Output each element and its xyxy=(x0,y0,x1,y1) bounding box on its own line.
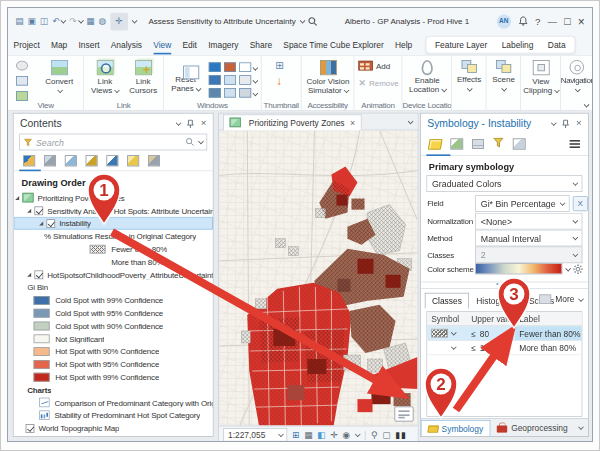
chevron-down-icon[interactable] xyxy=(253,65,259,71)
chevron-down-icon[interactable] xyxy=(451,344,457,350)
class-symbol-swatch[interactable] xyxy=(431,329,448,338)
redo-icon[interactable]: ↷ xyxy=(69,14,82,28)
sound-icon[interactable]: ◉ xyxy=(343,430,351,439)
map-flyout-button[interactable] xyxy=(394,406,413,421)
ribbon-tab-imagery[interactable]: Imagery xyxy=(203,37,245,53)
column-header[interactable]: Upper value xyxy=(467,312,515,326)
layer-tree-item[interactable]: Fewer than 80% xyxy=(14,242,213,255)
chevron-down-icon[interactable] xyxy=(355,431,361,437)
ribbon-tab-project[interactable]: Project xyxy=(8,37,45,53)
ribbon-tab-help[interactable]: Help xyxy=(389,37,417,53)
layer-tree-item[interactable]: Instability xyxy=(14,217,213,230)
chevron-down-icon[interactable] xyxy=(451,330,457,336)
ribbon-tab-analysis[interactable]: Analysis xyxy=(105,37,147,53)
symbol-layer-icon[interactable] xyxy=(472,139,484,149)
set-expression-button[interactable]: X xyxy=(572,196,587,211)
primary-symbology-icon[interactable] xyxy=(429,139,442,149)
map-icon[interactable]: ▦ xyxy=(86,14,94,28)
symbology-tab-classes[interactable]: Classes xyxy=(425,293,469,309)
chevron-down-icon[interactable] xyxy=(565,265,571,271)
ribbon-tab-feature-layer[interactable]: Feature Layer xyxy=(428,38,495,52)
scene-button[interactable]: Scene xyxy=(487,59,520,93)
view-clipping-button[interactable]: View Clipping xyxy=(522,59,559,95)
add-animation-button[interactable]: Add xyxy=(358,61,390,71)
chevron-down-icon[interactable] xyxy=(578,424,584,430)
layer-tree-item[interactable]: Hot Spot with 99% Confidence xyxy=(14,370,213,383)
menu-icon[interactable] xyxy=(570,140,580,149)
enable-location-button[interactable]: Enable Location xyxy=(404,59,450,94)
class-row[interactable]: ≤80Fewer than 80% xyxy=(427,326,581,340)
clock-icon[interactable]: ▢ xyxy=(382,430,390,439)
layer-tree-item[interactable]: Not Significant xyxy=(14,332,213,345)
chevron-down-icon[interactable] xyxy=(176,120,182,126)
pin-icon[interactable] xyxy=(186,119,194,128)
ribbon-tab-space-time-cube-explorer[interactable]: Space Time Cube Explorer xyxy=(278,37,390,53)
pause-icon[interactable]: ▮▮ xyxy=(395,430,406,439)
contents-search[interactable]: Search xyxy=(19,134,207,151)
save-project-icon[interactable]: ◫ xyxy=(40,14,48,28)
reset-panes-button[interactable]: Reset Panes xyxy=(166,59,206,93)
more-button[interactable]: More xyxy=(555,294,574,304)
toolbox-icon[interactable] xyxy=(224,62,236,72)
chart-icon[interactable] xyxy=(16,76,28,86)
layer-tree-item[interactable]: Hot Spot with 90% Confidence xyxy=(14,345,213,358)
checkbox[interactable] xyxy=(34,270,43,279)
download-arrow-icon[interactable]: ↓ xyxy=(276,74,282,88)
method-select[interactable]: Manual Interval xyxy=(475,230,582,247)
normalization-select[interactable]: <None> xyxy=(475,213,582,230)
layer-tree-item[interactable]: Comparison of Predominant Category with … xyxy=(14,396,213,409)
close-icon[interactable]: × xyxy=(576,118,582,129)
checkbox[interactable] xyxy=(26,424,35,433)
layer-tree-item[interactable]: Sensitivity Analysis Hot Spots: Attribut… xyxy=(14,204,213,217)
ribbon-tab-insert[interactable]: Insert xyxy=(73,37,105,53)
layer-tree-item[interactable]: Cold Spot with 90% Confidence xyxy=(14,319,213,332)
catalog-pane-icon[interactable] xyxy=(209,62,221,72)
map-canvas[interactable] xyxy=(219,130,417,425)
globe-icon[interactable]: ◍ xyxy=(98,14,106,28)
layer-tree-item[interactable]: Cold Spot with 95% Confidence xyxy=(14,306,213,319)
list-by-labeling-icon[interactable] xyxy=(126,154,140,167)
ribbon-tab-share[interactable]: Share xyxy=(244,37,278,53)
close-icon[interactable]: × xyxy=(201,118,207,129)
color-scheme-ramp[interactable] xyxy=(475,263,562,274)
expander-icon[interactable] xyxy=(15,196,19,200)
link-views-button[interactable]: Link Views xyxy=(86,59,124,95)
ribbon-tab-view[interactable]: View xyxy=(148,37,177,53)
expander-icon[interactable] xyxy=(39,221,43,225)
checkbox[interactable] xyxy=(34,206,43,215)
layer-tree-item[interactable]: Charts xyxy=(14,383,213,396)
ribbon-tab-map[interactable]: Map xyxy=(45,37,73,53)
ribbon-tab-data[interactable]: Data xyxy=(541,38,573,52)
list-by-perspective-icon[interactable] xyxy=(146,154,160,167)
list-by-snapping-icon[interactable] xyxy=(105,154,119,167)
layer-tree-item[interactable]: World Topographic Map xyxy=(14,422,213,435)
clock-icon[interactable] xyxy=(16,61,28,71)
effects-button[interactable]: Effects xyxy=(453,59,486,93)
help-icon[interactable]: ? xyxy=(535,16,540,27)
save-icon[interactable]: ▤ xyxy=(15,14,23,28)
list-by-selection-icon[interactable] xyxy=(63,154,77,167)
class-row[interactable]: ≤100More than 80% xyxy=(427,341,581,355)
overview-icon[interactable]: ◧ xyxy=(317,430,325,439)
symbology-tab-histogram[interactable]: Histogram xyxy=(469,293,522,309)
chevron-down-icon[interactable] xyxy=(408,118,414,124)
layer-tree-item[interactable]: Gi Bin xyxy=(14,281,213,294)
search-window-icon[interactable] xyxy=(239,75,251,85)
minimize-icon[interactable]: — xyxy=(547,16,557,27)
dock-tab-symbology[interactable]: Symbology xyxy=(421,420,491,436)
expander-icon[interactable] xyxy=(27,208,31,212)
classes-select[interactable]: 2 xyxy=(475,246,582,263)
add-grid-icon[interactable]: ⊞ xyxy=(292,430,299,439)
vary-symbology-icon[interactable] xyxy=(450,138,463,149)
window-icon[interactable] xyxy=(224,75,236,85)
ribbon-tab-edit[interactable]: Edit xyxy=(177,37,203,53)
locate-icon[interactable]: ✛ xyxy=(110,12,128,30)
dock-tab-geoprocessing[interactable]: Geoprocessing xyxy=(490,420,574,436)
tile-icon[interactable] xyxy=(239,88,251,98)
layer-tree-item[interactable]: Stability of Predominant Hot Spot Catego… xyxy=(14,409,213,422)
convert-button[interactable]: Convert xyxy=(38,59,80,95)
new-window-icon[interactable] xyxy=(209,88,221,98)
layer-tree-item[interactable]: HotSpotsofChildhoodPoverty_AttributeUnce… xyxy=(14,268,213,281)
avatar[interactable]: AN xyxy=(497,14,511,28)
upper-value-cell[interactable]: ≤100 xyxy=(467,341,515,355)
